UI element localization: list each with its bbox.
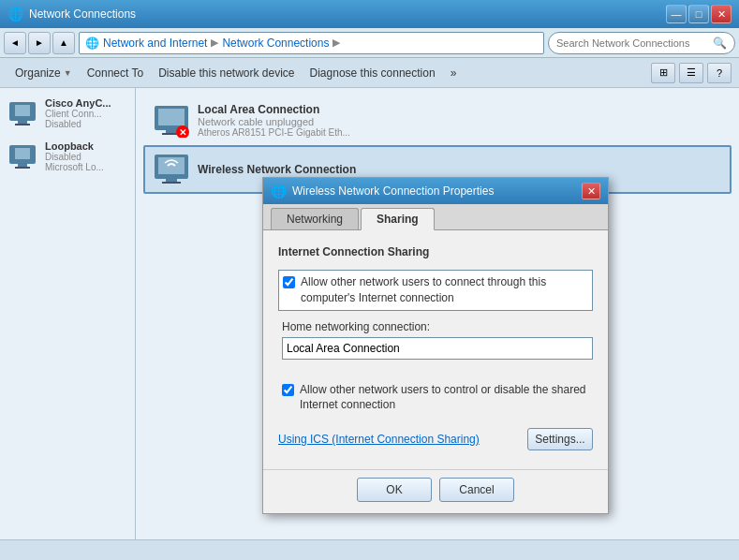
- settings-button[interactable]: Settings...: [527, 428, 593, 450]
- loopback-status: Disabled: [45, 152, 127, 162]
- home-network-section: Home networking connection:: [278, 320, 593, 371]
- checkbox2-row: Allow other network users to control or …: [278, 378, 593, 418]
- path-sep2: ▶: [333, 37, 340, 49]
- dialog-icon: 🌐: [271, 184, 287, 199]
- breadcrumb-part1: Network and Internet: [103, 37, 207, 50]
- dialog-title: Wireless Network Connection Properties: [292, 184, 576, 198]
- more-label: »: [451, 66, 457, 80]
- checkbox1-label: Allow other network users to connect thr…: [301, 274, 588, 306]
- loopback-icon: [7, 141, 37, 171]
- list-item-cisco[interactable]: Cisco AnyC... Client Conn... Disabled: [0, 92, 135, 135]
- view-list-button[interactable]: ☰: [679, 63, 703, 83]
- svg-rect-6: [18, 164, 27, 167]
- diagnose-label: Diagnose this connection: [310, 66, 436, 80]
- window-icon: 🌐: [7, 7, 23, 22]
- properties-dialog: 🌐 Wireless Network Connection Properties…: [262, 177, 609, 514]
- dialog-footer: OK Cancel: [263, 469, 608, 513]
- loopback-adapter: Microsoft Lo...: [45, 162, 127, 172]
- breadcrumb-part2: Network Connections: [222, 37, 329, 50]
- checkbox1[interactable]: [283, 276, 295, 288]
- section-title: Internet Connection Sharing: [278, 245, 593, 258]
- disable-label: Disable this network device: [158, 66, 294, 80]
- path-sep1: ▶: [211, 37, 218, 49]
- right-panel: ✕ Local Area Connection Network cable un…: [136, 88, 739, 539]
- ok-button[interactable]: OK: [357, 478, 432, 502]
- help-button[interactable]: ?: [707, 63, 732, 83]
- up-button[interactable]: ▲: [52, 32, 75, 54]
- cisco-status: Disabled: [45, 119, 127, 129]
- checkbox2-label: Allow other network users to control or …: [300, 382, 589, 414]
- dialog-close-button[interactable]: ✕: [582, 183, 600, 199]
- network-list: Cisco AnyC... Client Conn... Disabled Lo…: [0, 88, 136, 539]
- connect-to-button[interactable]: Connect To: [80, 63, 152, 83]
- main-content: Cisco AnyC... Client Conn... Disabled Lo…: [0, 88, 739, 539]
- minimize-button[interactable]: —: [666, 5, 687, 23]
- address-path[interactable]: 🌐 Network and Internet ▶ Network Connect…: [79, 32, 544, 54]
- svg-rect-1: [15, 105, 30, 116]
- cisco-text: Cisco AnyC... Client Conn... Disabled: [45, 97, 127, 129]
- status-bar: [0, 539, 739, 560]
- checkbox1-row: Allow other network users to connect thr…: [278, 270, 593, 311]
- search-input[interactable]: [556, 37, 709, 49]
- toolbar-right: ⊞ ☰ ?: [651, 63, 732, 83]
- toolbar: Organize ▼ Connect To Disable this netwo…: [0, 58, 739, 88]
- close-button[interactable]: ✕: [711, 5, 732, 23]
- maximize-button[interactable]: □: [688, 5, 709, 23]
- cisco-icon: [7, 98, 37, 128]
- connect-label: Connect To: [87, 66, 144, 80]
- nav-buttons: ◄ ► ▲: [4, 32, 75, 54]
- dialog-content: Internet Connection Sharing Allow other …: [263, 230, 608, 469]
- checkbox2[interactable]: [282, 384, 294, 396]
- list-item-loopback[interactable]: Loopback Disabled Microsoft Lo...: [0, 135, 135, 178]
- window: 🌐 Network Connections — □ ✕ ◄ ► ▲ 🌐 Netw…: [0, 0, 739, 560]
- svg-rect-3: [15, 124, 30, 125]
- tab-networking[interactable]: Networking: [271, 208, 359, 229]
- diagnose-button[interactable]: Diagnose this connection: [303, 63, 443, 83]
- organize-label: Organize: [15, 66, 61, 80]
- tab-sharing[interactable]: Sharing: [361, 208, 435, 230]
- breadcrumb-icon: 🌐: [85, 37, 99, 50]
- ics-row: Using ICS (Internet Connection Sharing) …: [278, 428, 593, 450]
- svg-rect-5: [15, 148, 30, 159]
- home-network-input[interactable]: [282, 337, 593, 360]
- search-icon: 🔍: [713, 37, 727, 50]
- title-bar-buttons: — □ ✕: [666, 5, 732, 23]
- dialog-title-bar: 🌐 Wireless Network Connection Properties…: [263, 178, 608, 204]
- ics-link[interactable]: Using ICS (Internet Connection Sharing): [278, 433, 480, 446]
- tab-networking-label: Networking: [287, 213, 343, 226]
- cisco-sub: Client Conn...: [45, 109, 127, 119]
- home-network-label: Home networking connection:: [282, 320, 593, 333]
- more-button[interactable]: »: [443, 63, 465, 83]
- cancel-button[interactable]: Cancel: [439, 478, 514, 502]
- cisco-name: Cisco AnyC...: [45, 97, 127, 109]
- tab-sharing-label: Sharing: [377, 213, 419, 226]
- back-button[interactable]: ◄: [4, 32, 26, 54]
- view-toggle-button[interactable]: ⊞: [651, 63, 675, 83]
- svg-rect-2: [18, 121, 27, 124]
- dialog-overlay: 🌐 Wireless Network Connection Properties…: [136, 88, 739, 539]
- forward-button[interactable]: ►: [28, 32, 51, 54]
- organize-button[interactable]: Organize ▼: [7, 63, 80, 83]
- title-bar: 🌐 Network Connections — □ ✕: [0, 0, 739, 28]
- organize-arrow: ▼: [64, 68, 72, 78]
- disable-network-device-button[interactable]: Disable this network device: [151, 63, 302, 83]
- address-bar: ◄ ► ▲ 🌐 Network and Internet ▶ Network C…: [0, 28, 739, 58]
- svg-rect-7: [15, 167, 30, 169]
- search-box: 🔍: [548, 32, 735, 54]
- window-title: Network Connections: [29, 7, 660, 21]
- loopback-text: Loopback Disabled Microsoft Lo...: [45, 140, 127, 172]
- loopback-name: Loopback: [45, 140, 127, 152]
- dialog-tabs: Networking Sharing: [263, 204, 608, 230]
